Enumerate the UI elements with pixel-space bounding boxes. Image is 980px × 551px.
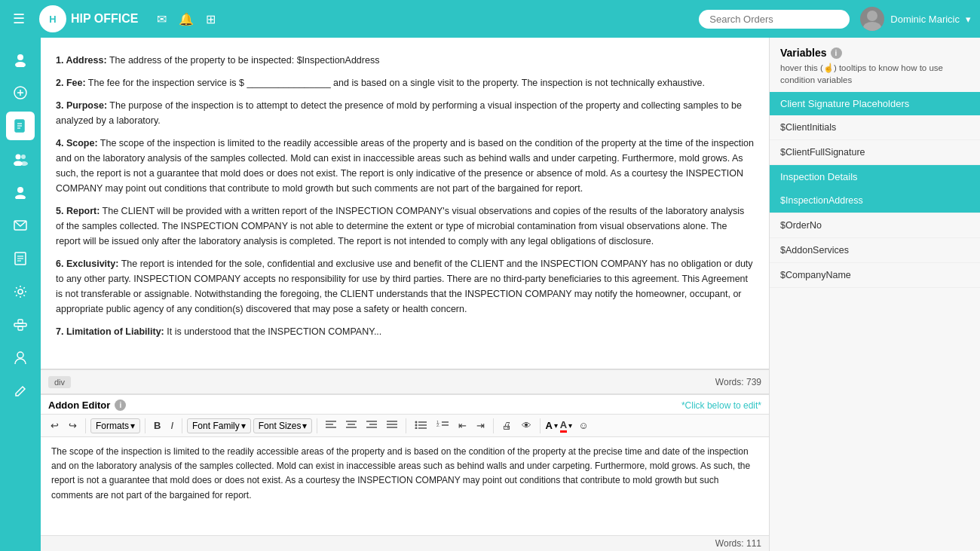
undo-button[interactable]: ↩ bbox=[47, 418, 63, 433]
var-item-client-full-sig[interactable]: $ClientFullSignature bbox=[770, 140, 980, 165]
bold-button[interactable]: B bbox=[150, 418, 164, 433]
doc-section-6: 6. Exclusivity: The report is intended f… bbox=[56, 256, 754, 317]
addon-title: Addon Editor bbox=[48, 399, 110, 411]
variables-info-icon[interactable]: i bbox=[831, 47, 842, 59]
editor-area: 1. Address: The address of the property … bbox=[41, 38, 769, 551]
bg-color-chevron[interactable]: ▾ bbox=[554, 421, 558, 430]
formats-label: Formats bbox=[96, 421, 129, 431]
doc-section-4: 4. Scope: The scope of the inspection is… bbox=[56, 136, 754, 196]
font-sizes-label: Font Sizes bbox=[259, 421, 302, 431]
var-item-order-no[interactable]: $OrderNo bbox=[770, 213, 980, 238]
indent-button[interactable]: ⇥ bbox=[473, 418, 488, 433]
var-section-inspection-label: Inspection Details bbox=[780, 171, 858, 182]
var-section-client-sig[interactable]: Client Signature Placeholders bbox=[770, 92, 980, 115]
align-left-button[interactable] bbox=[322, 418, 340, 433]
var-item-addon-services[interactable]: $AddonServices bbox=[770, 238, 980, 263]
sidebar-item-avatar[interactable] bbox=[6, 45, 35, 74]
emoji-button[interactable]: ☺ bbox=[574, 418, 592, 433]
addon-info-icon[interactable]: i bbox=[115, 399, 126, 411]
doc-section-2: 2. Fee: The fee for the inspection servi… bbox=[56, 75, 754, 90]
section-5-text: The CLIENT will be provided with a writt… bbox=[56, 206, 744, 246]
outdent-button[interactable]: ⇤ bbox=[455, 418, 470, 433]
hamburger-icon[interactable]: ☰ bbox=[9, 8, 29, 29]
sidebar-item-document[interactable] bbox=[6, 112, 35, 140]
formats-dropdown[interactable]: Formats ▾ bbox=[90, 418, 140, 433]
font-family-label: Font Family bbox=[192, 421, 240, 431]
bell-icon[interactable]: 🔔 bbox=[179, 12, 194, 26]
align-right-button[interactable] bbox=[363, 418, 381, 433]
svg-point-42 bbox=[415, 424, 418, 427]
svg-point-16 bbox=[17, 187, 23, 193]
var-item-company-name[interactable]: $CompanyName bbox=[770, 263, 980, 288]
variables-subtitle: hover this (☝) tooltips to know how to u… bbox=[780, 62, 969, 86]
redo-button[interactable]: ↪ bbox=[65, 418, 81, 433]
svg-point-2 bbox=[17, 54, 23, 60]
addon-click-label[interactable]: *Click below to edit* bbox=[681, 400, 761, 411]
var-section-inspection[interactable]: Inspection Details bbox=[770, 165, 980, 188]
svg-point-40 bbox=[415, 421, 418, 424]
search-input[interactable] bbox=[699, 10, 850, 29]
sidebar-item-settings[interactable] bbox=[6, 277, 35, 306]
svg-point-27 bbox=[17, 352, 23, 358]
align-justify-button[interactable] bbox=[383, 418, 401, 433]
svg-point-15 bbox=[20, 161, 28, 166]
font-family-dropdown[interactable]: Font Family ▾ bbox=[187, 418, 251, 433]
sidebar-item-edit[interactable] bbox=[6, 377, 35, 406]
chevron-down-icon: ▾ bbox=[966, 14, 971, 25]
align-center-button[interactable] bbox=[342, 418, 360, 433]
sidebar-item-mail[interactable] bbox=[6, 211, 35, 240]
italic-button[interactable]: I bbox=[167, 418, 177, 433]
source-button[interactable]: 👁 bbox=[518, 418, 535, 433]
nav-icons: ✉ 🔔 ⊞ bbox=[157, 12, 216, 26]
text-color-chevron[interactable]: ▾ bbox=[568, 421, 572, 430]
sidebar-item-tools[interactable] bbox=[6, 311, 35, 339]
sidebar-item-group[interactable] bbox=[6, 178, 35, 207]
variables-header: Variables i hover this (☝) tooltips to k… bbox=[770, 38, 980, 92]
section-1-text: The address of the property to be inspec… bbox=[109, 55, 380, 66]
toolbar-sep-2 bbox=[145, 418, 145, 433]
variables-body: Client Signature Placeholders $ClientIni… bbox=[770, 92, 980, 551]
formats-chevron: ▾ bbox=[130, 421, 135, 431]
user-menu[interactable]: Dominic Maricic ▾ bbox=[860, 7, 971, 31]
brand: H HIP OFFICE bbox=[39, 5, 139, 32]
toolbar-sep-6 bbox=[493, 418, 494, 433]
font-sizes-dropdown[interactable]: Font Sizes ▾ bbox=[253, 418, 313, 433]
list-ol-button[interactable]: 1.2. bbox=[433, 418, 452, 433]
mail-icon[interactable]: ✉ bbox=[157, 12, 167, 26]
navbar: ☰ H HIP OFFICE ✉ 🔔 ⊞ Dominic Maricic ▾ bbox=[0, 0, 980, 38]
addon-editor-body[interactable]: The scope of the inspection is limited t… bbox=[41, 437, 769, 535]
section-1-label: 1. Address: bbox=[56, 55, 107, 66]
print-button[interactable]: 🖨 bbox=[498, 418, 516, 433]
addon-body-text: The scope of the inspection is limited t… bbox=[51, 446, 750, 500]
section-3-label: 3. Purpose: bbox=[56, 100, 107, 111]
section-3-text: The purpose of the inspection is to atte… bbox=[56, 100, 742, 126]
document-viewer[interactable]: 1. Address: The address of the property … bbox=[41, 38, 769, 369]
toolbar-sep-3 bbox=[182, 418, 182, 433]
document-word-count: Words: 739 bbox=[715, 377, 761, 387]
sidebar bbox=[0, 38, 41, 551]
sidebar-item-add[interactable] bbox=[6, 78, 35, 107]
svg-point-0 bbox=[867, 11, 877, 21]
sidebar-item-person[interactable] bbox=[6, 344, 35, 372]
doc-section-3: 3. Purpose: The purpose of the inspectio… bbox=[56, 98, 754, 128]
section-7-label: 7. Limitation of Liability: bbox=[56, 326, 164, 337]
var-item-client-initials[interactable]: $ClientInitials bbox=[770, 115, 980, 140]
var-section-client-sig-label: Client Signature Placeholders bbox=[780, 98, 909, 109]
section-5-label: 5. Report: bbox=[56, 206, 100, 216]
toolbar-sep-1 bbox=[85, 418, 86, 433]
section-6-label: 6. Exclusivity: bbox=[56, 259, 118, 269]
svg-point-17 bbox=[15, 195, 26, 200]
list-ul-button[interactable] bbox=[411, 418, 430, 433]
svg-point-3 bbox=[15, 62, 26, 67]
sidebar-item-users[interactable] bbox=[6, 145, 35, 173]
svg-point-12 bbox=[16, 155, 21, 160]
sidebar-item-doc2[interactable] bbox=[6, 244, 35, 273]
brand-logo: H bbox=[39, 5, 66, 32]
document-tag: div bbox=[48, 376, 71, 388]
bg-color-label: A bbox=[545, 420, 552, 431]
svg-point-23 bbox=[18, 289, 23, 294]
section-7-text: It is understood that the INSPECTION COM… bbox=[167, 326, 381, 337]
grid-icon[interactable]: ⊞ bbox=[206, 12, 216, 26]
var-item-inspection-address[interactable]: $InspectionAddress bbox=[770, 188, 980, 213]
section-4-label: 4. Scope: bbox=[56, 138, 98, 148]
